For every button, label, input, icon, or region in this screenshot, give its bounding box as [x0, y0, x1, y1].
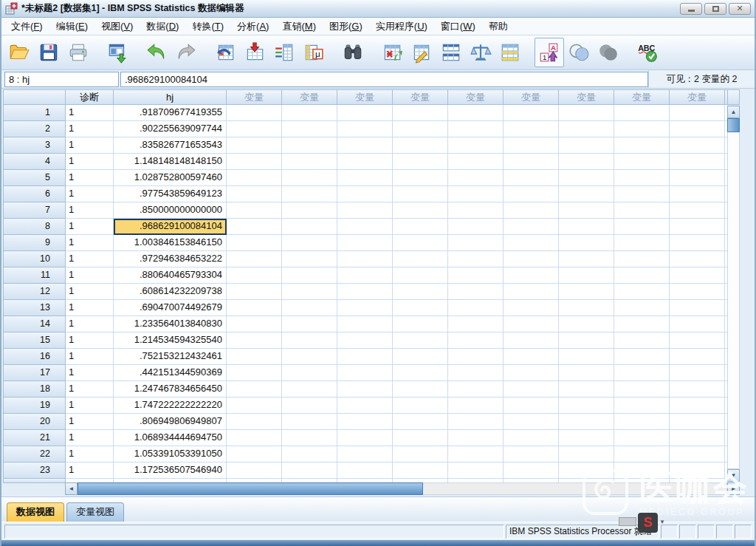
row-number[interactable]: 17	[3, 365, 66, 381]
row-number[interactable]: 16	[3, 349, 66, 365]
cell-empty[interactable]	[282, 397, 337, 414]
close-button[interactable]: ✕	[729, 3, 751, 15]
cell-empty[interactable]	[559, 154, 614, 170]
cell-hj[interactable]: .608614232209738	[114, 284, 227, 300]
split-file-button[interactable]	[436, 38, 466, 67]
cell-hj[interactable]: .442151344590369	[114, 365, 227, 381]
spell-check-button[interactable]: ABC	[633, 38, 662, 67]
cell-empty[interactable]	[337, 105, 393, 121]
ime-sogou-icon[interactable]: S	[638, 513, 658, 533]
cell-empty[interactable]	[559, 397, 614, 414]
cell-empty[interactable]	[504, 316, 559, 332]
cell-empty[interactable]	[670, 267, 725, 284]
cell-empty[interactable]	[614, 349, 670, 365]
cell-hj[interactable]: .880640465793304	[114, 267, 227, 284]
cell-empty[interactable]	[559, 202, 614, 219]
cell-empty[interactable]	[504, 349, 559, 365]
column-header-placeholder[interactable]: 变量	[614, 89, 670, 105]
cell-empty[interactable]	[504, 446, 559, 463]
cell-empty[interactable]	[614, 137, 670, 154]
cell-empty[interactable]	[393, 170, 448, 186]
find-button[interactable]	[338, 38, 368, 67]
cell-empty[interactable]	[448, 137, 504, 154]
cell-empty[interactable]	[504, 284, 559, 300]
cell-empty[interactable]	[504, 430, 559, 446]
cell-empty[interactable]	[282, 349, 337, 365]
cell-empty[interactable]	[393, 316, 448, 332]
cell-diag[interactable]: 1	[66, 365, 114, 381]
cell-empty[interactable]	[670, 381, 725, 397]
cell-empty[interactable]	[282, 105, 337, 121]
row-number[interactable]: 5	[3, 170, 66, 186]
goto-case-button[interactable]	[210, 38, 240, 67]
cell-hj[interactable]: .918709677419355	[114, 105, 227, 121]
column-header-placeholder[interactable]: 变量	[559, 89, 614, 105]
cell-empty[interactable]	[337, 186, 393, 202]
cell-hj[interactable]: .806949806949807	[114, 414, 227, 430]
cell-hj[interactable]: .902255639097744	[114, 121, 227, 137]
column-header-placeholder[interactable]: 变量	[282, 89, 337, 105]
cell-empty[interactable]	[282, 251, 337, 267]
row-number[interactable]: 3	[3, 137, 66, 154]
row-number[interactable]: 20	[3, 414, 66, 430]
row-number[interactable]: 9	[3, 235, 66, 251]
cell-empty[interactable]	[670, 430, 725, 446]
row-number[interactable]: 10	[3, 251, 66, 267]
cell-hj[interactable]: 1.172536507546940	[114, 463, 227, 479]
cell-empty[interactable]	[670, 316, 725, 332]
cell-empty[interactable]	[282, 463, 337, 479]
cell-diag[interactable]: 1	[66, 219, 114, 235]
cell-empty[interactable]	[504, 365, 559, 381]
cell-empty[interactable]	[227, 121, 282, 137]
cell-empty[interactable]	[393, 284, 448, 300]
cell-empty[interactable]	[337, 170, 393, 186]
cell-empty[interactable]	[393, 381, 448, 397]
cell-empty[interactable]	[282, 284, 337, 300]
row-number[interactable]: 23	[3, 463, 66, 479]
cell-empty[interactable]	[614, 446, 670, 463]
column-header-诊断[interactable]: 诊断	[66, 89, 114, 105]
cell-empty[interactable]	[282, 365, 337, 381]
cell-empty[interactable]	[504, 202, 559, 219]
cell-diag[interactable]: 1	[66, 446, 114, 463]
cell-empty[interactable]	[337, 300, 393, 316]
scroll-up-button[interactable]: ▲	[727, 106, 740, 118]
cell-empty[interactable]	[448, 316, 504, 332]
cell-empty[interactable]	[504, 332, 559, 349]
cell-empty[interactable]	[448, 463, 504, 479]
cell-empty[interactable]	[614, 430, 670, 446]
cell-empty[interactable]	[670, 219, 725, 235]
cell-empty[interactable]	[614, 414, 670, 430]
cell-hj[interactable]: .977543859649123	[114, 186, 227, 202]
cell-empty[interactable]	[614, 202, 670, 219]
menu-item-d[interactable]: 数据(D)	[140, 18, 185, 35]
menu-item-w[interactable]: 窗口(W)	[434, 18, 482, 35]
show-all-variables-button[interactable]	[594, 38, 623, 67]
row-number[interactable]: 4	[3, 154, 66, 170]
hscroll-thumb[interactable]	[78, 482, 423, 495]
cell-empty[interactable]	[670, 202, 725, 219]
cell-empty[interactable]	[504, 267, 559, 284]
cell-empty[interactable]	[559, 170, 614, 186]
cell-empty[interactable]	[504, 235, 559, 251]
menu-item-help[interactable]: 帮助	[482, 18, 515, 35]
cell-empty[interactable]	[337, 219, 393, 235]
cell-empty[interactable]	[448, 105, 504, 121]
weight-cases-button[interactable]	[466, 38, 495, 67]
column-header-hj[interactable]: hj	[114, 89, 227, 105]
cell-diag[interactable]: 1	[66, 186, 114, 202]
cell-empty[interactable]	[670, 300, 725, 316]
cell-diag[interactable]: 1	[66, 154, 114, 170]
cell-empty[interactable]	[227, 446, 282, 463]
cell-empty[interactable]	[448, 300, 504, 316]
cell-empty[interactable]	[614, 397, 670, 414]
cell-empty[interactable]	[448, 430, 504, 446]
cell-diag[interactable]: 1	[66, 414, 114, 430]
cell-empty[interactable]	[393, 121, 448, 137]
menu-item-g[interactable]: 图形(G)	[323, 18, 369, 35]
cell-empty[interactable]	[670, 349, 725, 365]
tab-data-view[interactable]: 数据视图	[7, 502, 64, 522]
cell-empty[interactable]	[504, 121, 559, 137]
cell-diag[interactable]: 1	[66, 300, 114, 316]
cell-empty[interactable]	[337, 316, 393, 332]
